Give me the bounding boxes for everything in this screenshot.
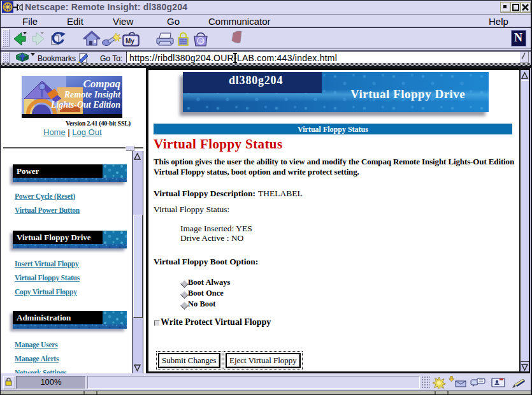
svg-text:Remote Insight: Remote Insight	[64, 90, 121, 99]
svg-text:@: @	[199, 38, 205, 45]
svg-text:Lights-Out Edition: Lights-Out Edition	[50, 100, 121, 110]
svg-text:Compaq: Compaq	[83, 78, 120, 90]
svg-text:My: My	[126, 38, 134, 45]
